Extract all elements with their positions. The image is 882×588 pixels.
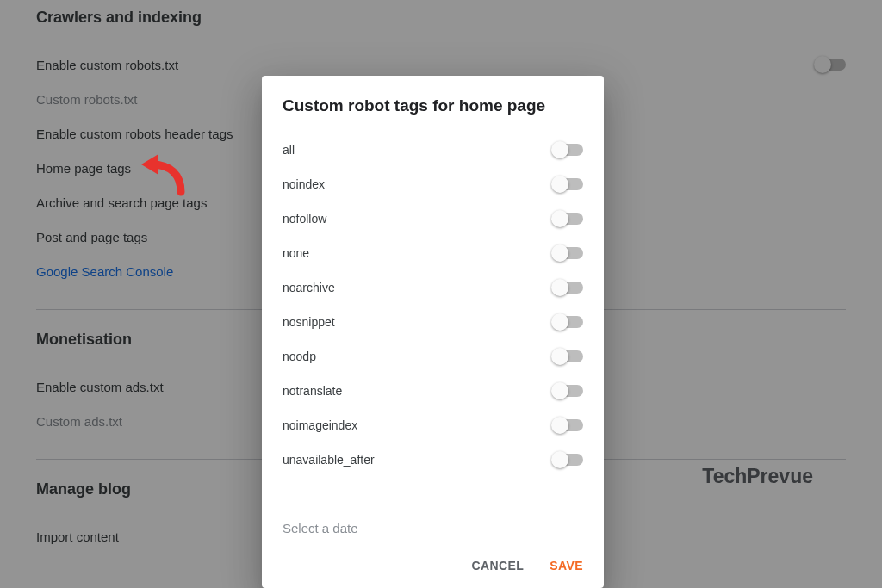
option-unavailable-after-toggle[interactable]	[554, 454, 583, 466]
option-noindex[interactable]: noindex	[283, 167, 583, 201]
option-nofollow[interactable]: nofollow	[283, 201, 583, 236]
option-notranslate-toggle[interactable]	[554, 385, 583, 397]
option-label: all	[283, 143, 554, 157]
annotation-arrow-icon	[140, 149, 191, 201]
save-button[interactable]: SAVE	[550, 559, 583, 573]
option-noarchive[interactable]: noarchive	[283, 270, 583, 305]
option-label: noimageindex	[283, 418, 554, 432]
option-none-toggle[interactable]	[554, 247, 583, 259]
option-noimageindex[interactable]: noimageindex	[283, 408, 583, 443]
option-label: nosnippet	[283, 315, 554, 329]
option-noimageindex-toggle[interactable]	[554, 419, 583, 431]
option-noarchive-toggle[interactable]	[554, 282, 583, 294]
option-label: nofollow	[283, 212, 554, 226]
option-notranslate[interactable]: notranslate	[283, 374, 583, 408]
option-nofollow-toggle[interactable]	[554, 213, 583, 225]
option-nosnippet[interactable]: nosnippet	[283, 305, 583, 339]
cancel-button[interactable]: CANCEL	[472, 559, 525, 573]
option-label: none	[283, 246, 554, 260]
option-label: noodp	[283, 350, 554, 363]
option-noodp[interactable]: noodp	[283, 339, 583, 374]
option-all[interactable]: all	[283, 133, 583, 167]
option-none[interactable]: none	[283, 236, 583, 270]
select-date-label: Select a date	[283, 521, 358, 535]
dialog-actions: CANCEL SAVE	[283, 559, 583, 573]
option-label: notranslate	[283, 384, 554, 398]
option-noindex-toggle[interactable]	[554, 178, 583, 190]
option-unavailable-after[interactable]: unavailable_after	[283, 443, 583, 477]
option-label: unavailable_after	[283, 453, 554, 467]
select-date-row[interactable]: Select a date	[283, 511, 583, 545]
custom-robot-tags-dialog: Custom robot tags for home page all noin…	[262, 76, 604, 588]
option-label: noindex	[283, 177, 554, 191]
option-all-toggle[interactable]	[554, 144, 583, 156]
option-label: noarchive	[283, 281, 554, 294]
dialog-title: Custom robot tags for home page	[283, 96, 583, 115]
option-nosnippet-toggle[interactable]	[554, 316, 583, 328]
option-noodp-toggle[interactable]	[554, 350, 583, 362]
dialog-options-list: all noindex nofollow none noarchive nosn…	[283, 133, 583, 498]
